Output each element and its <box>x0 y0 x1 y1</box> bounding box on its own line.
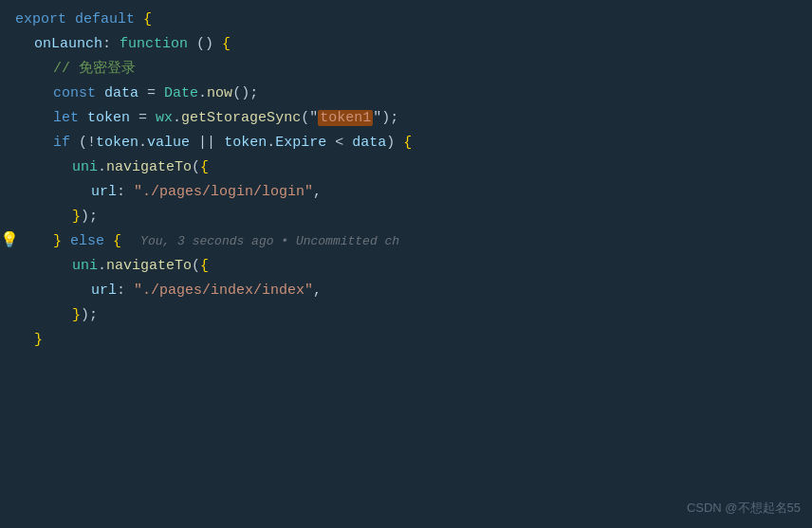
bulb-icon: 💡 <box>0 229 19 254</box>
code-line-const: const data = Date.now(); <box>0 82 812 106</box>
line-content: let token = wx.getStorageSync("token1"); <box>0 107 812 130</box>
watermark: CSDN @不想起名55 <box>687 499 801 519</box>
code-line-else: 💡 } else {You, 3 seconds ago • Uncommitt… <box>0 229 812 254</box>
code-line-export: export default { <box>0 8 812 32</box>
line-content: } <box>0 329 812 352</box>
line-content: }); <box>0 206 812 228</box>
code-line-url1: url: "./pages/login/login", <box>0 180 812 205</box>
line-content: url: "./pages/login/login", <box>0 181 812 204</box>
code-line-comment: // 免密登录 <box>0 57 812 82</box>
code-editor: export default { onLaunch: function () {… <box>0 0 812 528</box>
code-line-closemain: } <box>0 328 812 353</box>
line-content: onLaunch: function () { <box>0 33 812 56</box>
code-line-url2: url: "./pages/index/index", <box>0 279 812 303</box>
line-content: if (!token.value || token.Expire < data)… <box>0 132 812 155</box>
code-line-if: if (!token.value || token.Expire < data)… <box>0 131 812 155</box>
code-line-close2: }); <box>0 303 812 328</box>
code-line-onlaunch: onLaunch: function () { <box>0 32 812 57</box>
code-line-uni1: uni.navigateTo({ <box>0 155 812 180</box>
line-content: } else {You, 3 seconds ago • Uncommitted… <box>0 230 812 253</box>
line-content: }); <box>0 304 812 327</box>
line-content: uni.navigateTo({ <box>0 255 812 278</box>
line-content: const data = Date.now(); <box>0 82 812 105</box>
git-blame-hint: You, 3 seconds ago • Uncommitted ch <box>140 234 399 248</box>
code-line-let: let token = wx.getStorageSync("token1"); <box>0 106 812 131</box>
line-content: url: "./pages/index/index", <box>0 280 812 302</box>
line-content: uni.navigateTo({ <box>0 156 812 179</box>
code-line-close1: }); <box>0 205 812 229</box>
line-content: export default { <box>0 9 812 31</box>
code-line-uni2: uni.navigateTo({ <box>0 254 812 279</box>
line-content: // 免密登录 <box>0 58 812 81</box>
